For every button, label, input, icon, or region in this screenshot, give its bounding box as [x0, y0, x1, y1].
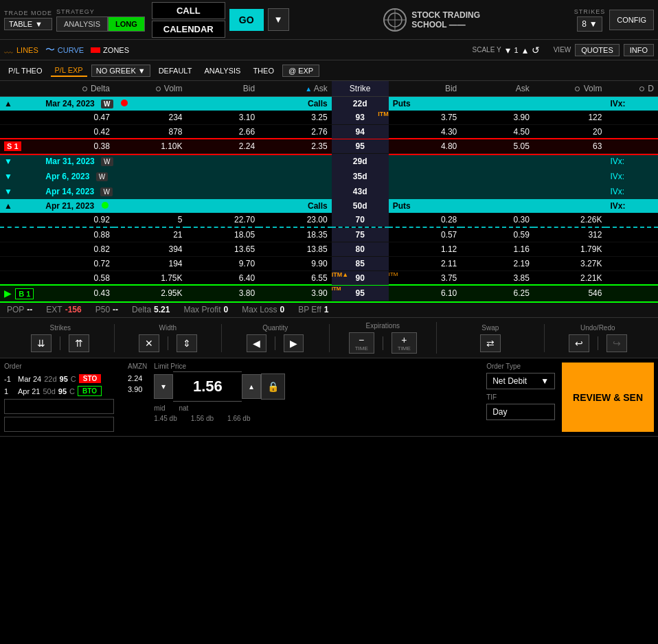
no-greek-button[interactable]: NO GREEK ▼: [91, 65, 150, 77]
row-volm: 1.75K: [114, 271, 187, 286]
expiration-time-minus[interactable]: − TIME: [349, 332, 374, 354]
order-input-1[interactable]: [4, 399, 114, 414]
theo-button[interactable]: THEO: [249, 65, 278, 76]
col-header-delta[interactable]: Delta: [41, 81, 114, 97]
analysis-tab[interactable]: ANALYSIS: [56, 16, 108, 32]
expiry-row-mar24[interactable]: ▲ Mar 24, 2023 W Calls 22d Puts IVx:: [0, 97, 658, 111]
view-label: VIEW: [554, 46, 571, 54]
info-button[interactable]: INFO: [624, 44, 654, 56]
col-header-puts-ask[interactable]: Ask: [461, 81, 534, 97]
table-row-selected[interactable]: S 1 0.38 1.10K 2.24 2.35 95 4.80 5.05 63: [0, 139, 658, 154]
bid-header-text: Bid: [243, 84, 255, 93]
table-row[interactable]: 0.88 21 18.05 18.35 75 0.57 0.59 312: [0, 228, 658, 242]
call-button[interactable]: CALL: [152, 2, 225, 19]
apr14-chevron[interactable]: ▼: [4, 187, 12, 196]
strikes-select[interactable]: 8 ▼: [577, 16, 602, 32]
row-bid: 13.65: [187, 242, 260, 257]
pl-exp-button[interactable]: P/L EXP: [51, 65, 87, 77]
trade-mode-select[interactable]: TABLE ▼: [4, 18, 52, 30]
col-header-strike[interactable]: Strike: [332, 81, 389, 97]
table-row[interactable]: 0.82 394 13.65 13.85 80 1.12 1.16 1.79K: [0, 242, 658, 257]
strikes-decrease[interactable]: ⇈: [69, 334, 89, 352]
limit-decrease-button[interactable]: ▾: [154, 374, 173, 399]
col-header-puts-volm[interactable]: Volm: [534, 81, 606, 97]
limit-input-row: ▾ 1.56 ▴ 🔒: [154, 371, 473, 402]
db-refs: 1.45 db 1.56 db 1.66 db: [154, 415, 473, 422]
time-label-minus: TIME: [355, 345, 368, 352]
go-button[interactable]: GO: [229, 9, 264, 31]
row-puts-d: [606, 257, 658, 271]
scale-down-arrow[interactable]: ▾: [504, 45, 512, 56]
col-header-puts-d[interactable]: D: [606, 81, 658, 97]
apr21-chevron[interactable]: ▲: [4, 201, 12, 211]
table-row[interactable]: 0.72 194 9.70 9.90 85 2.11 2.19 3.27K: [0, 257, 658, 271]
apr6-chevron[interactable]: ▼: [4, 172, 12, 181]
third-toolbar: P/L THEO P/L EXP NO GREEK ▼ DEFAULT ANAL…: [0, 60, 658, 81]
zones-button[interactable]: ZONES: [91, 46, 129, 54]
strikes-control-label: Strikes: [49, 324, 71, 332]
time-label-plus: TIME: [398, 345, 411, 352]
review-send-button[interactable]: REVIEW & SEN: [562, 363, 654, 432]
order-type-section: Order Type Net Debit ▼: [486, 363, 555, 389]
strikes-decrease-more[interactable]: ⇊: [31, 334, 52, 352]
expiry-row-apr6[interactable]: ▼ Apr 6, 2023 W 35d IVx:: [0, 169, 658, 184]
table-row-buy[interactable]: ▶ B 1 0.43 2.95K 3.80 3.90 95 ITM 6.10 6…: [0, 286, 658, 301]
calendar-button[interactable]: CALENDAR: [152, 21, 225, 38]
order-input-2[interactable]: [4, 417, 114, 432]
width-decrease[interactable]: ✕: [139, 334, 159, 352]
swap-buttons: ⇄: [480, 334, 501, 352]
scale-up-arrow[interactable]: ▴: [521, 45, 529, 56]
table-row[interactable]: 0.92 5 22.70 23.00 70 0.28 0.30 2.26K: [0, 213, 658, 227]
quotes-button[interactable]: QUOTES: [575, 44, 619, 56]
expiry-row-mar31[interactable]: ▼ Mar 31, 2023 W 29d IVx:: [0, 154, 658, 170]
scale-y-label: SCALE Y: [473, 46, 501, 54]
second-toolbar: ﹏ LINES 〜 CURVE ZONES SCALE Y ▾ 1 ▴ ↺ VI…: [0, 40, 658, 60]
row-b1-label: ▶ B 1: [0, 286, 41, 301]
swap-button[interactable]: ⇄: [480, 334, 501, 352]
bto-badge[interactable]: BTO: [78, 386, 102, 396]
apr14-days: 43d: [332, 184, 389, 199]
quantity-decrease[interactable]: ◀: [247, 334, 266, 352]
table-row[interactable]: 0.42 878 2.66 2.76 94 4.30 4.50 20: [0, 125, 658, 139]
lines-button[interactable]: ﹏ LINES: [4, 44, 38, 56]
long-tab[interactable]: LONG: [108, 16, 145, 32]
expiry-row-apr14[interactable]: ▼ Apr 14, 2023 W 43d IVx:: [0, 184, 658, 199]
expiration-time-plus[interactable]: + TIME: [392, 332, 417, 354]
row-puts-volm: 2.26K: [534, 213, 606, 227]
expiry-row-apr21[interactable]: ▲ Apr 21, 2023 Calls 50d Puts IVx:: [0, 199, 658, 213]
row-bid: 2.24: [187, 139, 260, 154]
rotate-button[interactable]: ↺: [532, 45, 540, 56]
sto-badge[interactable]: STO: [79, 374, 101, 383]
col-header-puts-bid[interactable]: Bid: [389, 81, 462, 97]
quantity-increase[interactable]: ▶: [284, 334, 304, 352]
apr21-days: 50d: [332, 199, 389, 213]
undo-button[interactable]: ↩: [569, 334, 589, 352]
pl-theo-button[interactable]: P/L THEO: [4, 65, 47, 76]
col-header-bid[interactable]: Bid: [187, 81, 260, 97]
analysis-view-button[interactable]: ANALYSIS: [200, 65, 245, 76]
config-button[interactable]: CONFIG: [609, 10, 654, 30]
row-puts-d: [606, 125, 658, 139]
lock-button[interactable]: 🔒: [261, 373, 285, 400]
redo-button[interactable]: ↪: [606, 334, 627, 352]
col-header-ask[interactable]: ▲ Ask: [259, 81, 332, 97]
col-header-volm[interactable]: Volm: [114, 81, 187, 97]
row-puts-bid: 6.10: [389, 286, 462, 301]
row-label-empty: [0, 228, 41, 242]
mar31-chevron[interactable]: ▼: [4, 157, 12, 166]
mar24-chevron[interactable]: ▲: [4, 99, 12, 108]
curve-wave-icon: 〜: [45, 44, 55, 56]
at-exp-button[interactable]: @ EXP: [282, 65, 319, 77]
row-volm: 234: [114, 111, 187, 125]
go-dropdown[interactable]: ▼: [268, 8, 289, 31]
table-row[interactable]: 0.47 234 3.10 3.25 93 ITM 3.75 3.90 122: [0, 111, 658, 125]
width-increase[interactable]: ⇕: [177, 334, 197, 352]
order-type-select[interactable]: Net Debit ▼: [486, 373, 555, 389]
table-row[interactable]: 0.58 1.75K 6.40 6.55 90 ITM▲ ITM 3.75 3.…: [0, 271, 658, 286]
row-volm: 878: [114, 125, 187, 139]
curve-button[interactable]: 〜 CURVE: [45, 44, 84, 56]
row-delta: 0.42: [41, 125, 114, 139]
limit-increase-button[interactable]: ▴: [242, 374, 261, 399]
order-type-2: C: [69, 387, 75, 395]
default-button[interactable]: DEFAULT: [155, 65, 196, 76]
